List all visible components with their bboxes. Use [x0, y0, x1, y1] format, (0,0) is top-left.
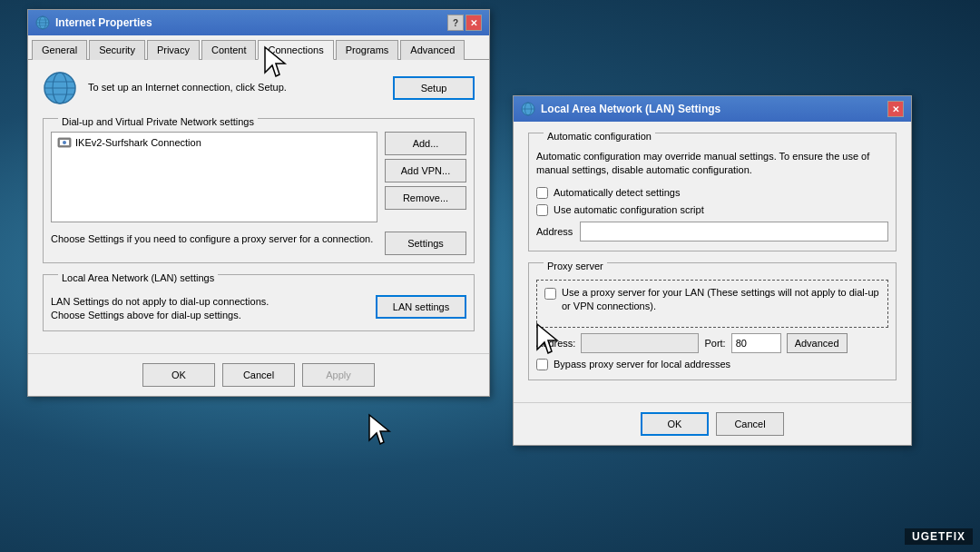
proxy-address-label: Address: — [536, 338, 575, 349]
address-input[interactable] — [580, 222, 888, 242]
setup-button[interactable]: Setup — [393, 76, 475, 100]
svg-point-12 — [63, 141, 66, 144]
address-row: Address — [536, 222, 888, 242]
proxy-server-groupbox: Proxy server Use a proxy server for your… — [528, 262, 897, 380]
auto-detect-label: Automatically detect settings — [554, 187, 680, 198]
vpn-item-icon — [57, 135, 72, 150]
tab-advanced[interactable]: Advanced — [400, 40, 465, 60]
proxy-addr-row: Address: Port: Advanced — [536, 333, 888, 353]
add-button[interactable]: Add... — [385, 132, 466, 155]
bypass-checkbox[interactable] — [536, 359, 548, 370]
proxy-dashed-area: Use a proxy server for your LAN (These s… — [536, 280, 888, 328]
setup-description: To set up an Internet connection, click … — [88, 81, 382, 94]
bypass-label: Bypass proxy server for local addresses — [554, 359, 730, 370]
cancel-button[interactable]: Cancel — [222, 363, 295, 387]
use-proxy-label: Use a proxy server for your LAN (These s… — [562, 286, 880, 314]
lan-groupbox: Local Area Network (LAN) settings LAN Se… — [43, 274, 475, 331]
lan-titlebar-buttons: ✕ — [887, 101, 904, 117]
use-proxy-row: Use a proxy server for your LAN (These s… — [544, 286, 880, 314]
auto-script-checkbox[interactable] — [536, 204, 548, 216]
tab-security[interactable]: Security — [89, 40, 145, 60]
svg-marker-14 — [369, 415, 389, 444]
bypass-row: Bypass proxy server for local addresses — [536, 359, 888, 370]
dialup-groupbox: Dial-up and Virtual Private Network sett… — [43, 118, 475, 263]
help-button[interactable]: ? — [447, 15, 464, 31]
auto-config-legend: Automatic configuration — [544, 131, 655, 142]
lan-content: Automatic configuration Automatic config… — [514, 122, 911, 402]
lan-settings-button[interactable]: LAN settings — [376, 295, 466, 319]
lan-footer: OK Cancel — [514, 402, 911, 445]
lan-close-button[interactable]: ✕ — [887, 101, 904, 117]
tabs-bar: General Security Privacy Content Connect… — [28, 35, 489, 60]
use-proxy-checkbox[interactable] — [544, 288, 556, 300]
connections-tab-content: To set up an Internet connection, click … — [28, 60, 489, 353]
auto-script-label: Use automatic configuration script — [554, 204, 704, 215]
proxy-port-label: Port: — [704, 338, 725, 349]
globe-icon — [43, 71, 77, 105]
apply-button[interactable]: Apply — [302, 363, 375, 387]
tab-privacy[interactable]: Privacy — [147, 40, 200, 60]
lan-cancel-button[interactable]: Cancel — [716, 412, 784, 436]
lan-text-line1: LAN Settings do not apply to dial-up con… — [51, 295, 269, 309]
internet-properties-footer: OK Cancel Apply — [28, 353, 489, 396]
settings-button[interactable]: Settings — [385, 232, 466, 255]
remove-button[interactable]: Remove... — [385, 186, 466, 210]
cursor-lan-settings — [368, 413, 395, 449]
vpn-listbox[interactable]: IKEv2-Surfshark Connection — [51, 132, 377, 222]
watermark: UGETFIX — [905, 528, 973, 545]
vpn-item-label: IKEv2-Surfshark Connection — [75, 137, 201, 148]
tab-programs[interactable]: Programs — [336, 40, 399, 60]
titlebar-buttons: ? ✕ — [447, 15, 482, 31]
lan-legend: Local Area Network (LAN) settings — [58, 272, 218, 283]
internet-properties-dialog: Internet Properties ? ✕ General Security… — [27, 9, 490, 397]
address-label: Address — [536, 226, 573, 237]
add-vpn-button[interactable]: Add VPN... — [385, 159, 466, 182]
auto-script-row: Use automatic configuration script — [536, 204, 888, 216]
auto-config-description: Automatic configuration may override man… — [536, 150, 888, 178]
auto-detect-row: Automatically detect settings — [536, 187, 888, 199]
tab-content[interactable]: Content — [201, 40, 257, 60]
vpn-buttons: Add... Add VPN... Remove... — [385, 132, 466, 222]
ok-button[interactable]: OK — [142, 363, 215, 387]
auto-config-groupbox: Automatic configuration Automatic config… — [528, 133, 897, 251]
globe-title-icon — [35, 15, 50, 30]
lan-settings-dialog: Local Area Network (LAN) Settings ✕ Auto… — [513, 95, 912, 446]
lan-titlebar: Local Area Network (LAN) Settings ✕ — [514, 96, 911, 122]
auto-detect-checkbox[interactable] — [536, 187, 548, 199]
proxy-address-input[interactable] — [581, 333, 699, 353]
vpn-item[interactable]: IKEv2-Surfshark Connection — [52, 133, 377, 153]
lan-text-line2: Choose Settings above for dial-up settin… — [51, 309, 269, 322]
setup-row: To set up an Internet connection, click … — [43, 71, 475, 105]
proxy-hint: Choose Settings if you need to configure… — [51, 232, 377, 246]
dialup-legend: Dial-up and Virtual Private Network sett… — [58, 116, 258, 127]
lan-titlebar-left: Local Area Network (LAN) Settings — [521, 102, 720, 116]
lan-dialog-title: Local Area Network (LAN) Settings — [541, 103, 720, 115]
lan-settings-row: LAN Settings do not apply to dial-up con… — [51, 295, 466, 323]
proxy-port-input[interactable] — [731, 333, 781, 353]
proxy-server-legend: Proxy server — [544, 261, 607, 271]
close-button[interactable]: ✕ — [466, 15, 482, 31]
lan-ok-button[interactable]: OK — [641, 412, 709, 436]
lan-globe-icon — [521, 102, 535, 116]
dialup-content: IKEv2-Surfshark Connection Add... Add VP… — [51, 132, 466, 255]
titlebar-left: Internet Properties — [35, 15, 152, 30]
tab-connections[interactable]: Connections — [258, 40, 333, 60]
internet-properties-titlebar: Internet Properties ? ✕ — [28, 10, 489, 35]
vpn-area: IKEv2-Surfshark Connection Add... Add VP… — [51, 132, 466, 222]
tab-general[interactable]: General — [32, 40, 87, 60]
lan-settings-text: LAN Settings do not apply to dial-up con… — [51, 295, 269, 323]
advanced-button[interactable]: Advanced — [787, 333, 848, 353]
internet-properties-title: Internet Properties — [55, 16, 152, 29]
